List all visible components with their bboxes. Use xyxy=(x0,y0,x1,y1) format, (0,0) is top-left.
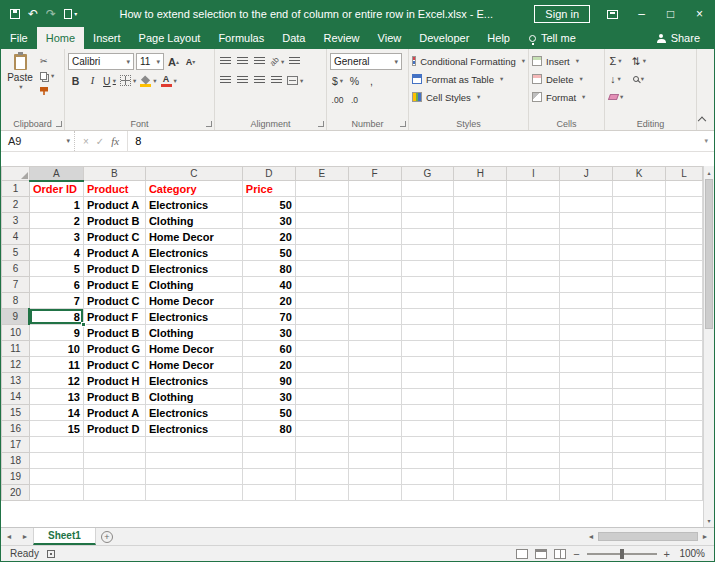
row-header-6[interactable]: 6 xyxy=(2,261,30,277)
column-header-B[interactable]: B xyxy=(83,167,145,181)
cell-A6[interactable]: 5 xyxy=(29,261,83,277)
cell-B1[interactable]: Product xyxy=(83,181,145,197)
align-middle-button[interactable] xyxy=(235,54,250,70)
cell-D9[interactable]: 70 xyxy=(242,309,295,325)
select-all-button[interactable] xyxy=(2,167,30,181)
cell-D7[interactable]: 40 xyxy=(242,277,295,293)
cell-L17[interactable] xyxy=(665,437,702,453)
italic-button[interactable]: I xyxy=(85,73,100,89)
cell-L8[interactable] xyxy=(665,293,702,309)
cell-H12[interactable] xyxy=(454,357,507,373)
row-header-1[interactable]: 1 xyxy=(2,181,30,197)
cell-G1[interactable] xyxy=(401,181,454,197)
row-header-19[interactable]: 19 xyxy=(2,469,30,485)
cell-H17[interactable] xyxy=(454,437,507,453)
cell-A2[interactable]: 1 xyxy=(29,197,83,213)
cell-D14[interactable]: 30 xyxy=(242,389,295,405)
cell-A20[interactable] xyxy=(29,485,83,501)
cell-F6[interactable] xyxy=(348,261,401,277)
undo-button[interactable]: ↶ xyxy=(28,8,38,20)
cell-H3[interactable] xyxy=(454,213,507,229)
cell-G3[interactable] xyxy=(401,213,454,229)
column-header-L[interactable]: L xyxy=(665,167,702,181)
fill-handle[interactable] xyxy=(81,322,86,327)
cell-J5[interactable] xyxy=(560,245,613,261)
cell-F7[interactable] xyxy=(348,277,401,293)
wrap-text-button[interactable] xyxy=(287,54,302,70)
cell-I11[interactable] xyxy=(507,341,560,357)
cell-L2[interactable] xyxy=(665,197,702,213)
cell-G6[interactable] xyxy=(401,261,454,277)
cell-D1[interactable]: Price xyxy=(242,181,295,197)
cell-D11[interactable]: 60 xyxy=(242,341,295,357)
row-header-13[interactable]: 13 xyxy=(2,373,30,389)
cell-K14[interactable] xyxy=(613,389,666,405)
cell-K4[interactable] xyxy=(613,229,666,245)
ribbon-tab-insert[interactable]: Insert xyxy=(84,27,130,49)
cell-C7[interactable]: Clothing xyxy=(145,277,242,293)
styles-format-as-table-button[interactable]: Format as Table xyxy=(412,70,525,88)
minimize-button[interactable]: – xyxy=(627,1,656,27)
cell-I20[interactable] xyxy=(507,485,560,501)
cell-B17[interactable] xyxy=(83,437,145,453)
cell-D13[interactable]: 90 xyxy=(242,373,295,389)
cell-B7[interactable]: Product E xyxy=(83,277,145,293)
decrease-indent-button[interactable] xyxy=(269,73,284,89)
maximize-button[interactable]: □ xyxy=(656,1,685,27)
name-box[interactable]: A9 ▾ xyxy=(1,131,75,151)
cell-L4[interactable] xyxy=(665,229,702,245)
cell-G12[interactable] xyxy=(401,357,454,373)
cell-J11[interactable] xyxy=(560,341,613,357)
cell-H2[interactable] xyxy=(454,197,507,213)
cell-G11[interactable] xyxy=(401,341,454,357)
align-top-button[interactable] xyxy=(218,54,233,70)
cell-A10[interactable]: 9 xyxy=(29,325,83,341)
page-break-view-button[interactable] xyxy=(554,549,566,559)
collapse-ribbon-button[interactable] xyxy=(699,115,708,124)
cell-C6[interactable]: Electronics xyxy=(145,261,242,277)
cell-F5[interactable] xyxy=(348,245,401,261)
row-header-16[interactable]: 16 xyxy=(2,421,30,437)
cell-J16[interactable] xyxy=(560,421,613,437)
cell-D20[interactable] xyxy=(242,485,295,501)
vertical-scroll-thumb[interactable] xyxy=(705,179,713,329)
cell-D3[interactable]: 30 xyxy=(242,213,295,229)
cell-H9[interactable] xyxy=(454,309,507,325)
decrease-font-size-button[interactable]: A▾ xyxy=(183,54,198,70)
cell-G16[interactable] xyxy=(401,421,454,437)
sheet-tab-sheet1[interactable]: Sheet1 xyxy=(33,528,96,545)
cell-K9[interactable] xyxy=(613,309,666,325)
cell-H5[interactable] xyxy=(454,245,507,261)
cell-E12[interactable] xyxy=(295,357,348,373)
ribbon-tab-formulas[interactable]: Formulas xyxy=(209,27,273,49)
cell-C9[interactable]: Electronics xyxy=(145,309,242,325)
cell-E2[interactable] xyxy=(295,197,348,213)
cell-L9[interactable] xyxy=(665,309,702,325)
horizontal-scroll-thumb[interactable] xyxy=(598,532,698,541)
cell-F11[interactable] xyxy=(348,341,401,357)
cell-I14[interactable] xyxy=(507,389,560,405)
cell-H16[interactable] xyxy=(454,421,507,437)
cell-D10[interactable]: 30 xyxy=(242,325,295,341)
cell-L1[interactable] xyxy=(665,181,702,197)
cell-J9[interactable] xyxy=(560,309,613,325)
cell-I16[interactable] xyxy=(507,421,560,437)
cell-B12[interactable]: Product C xyxy=(83,357,145,373)
cell-K15[interactable] xyxy=(613,405,666,421)
clear-button[interactable] xyxy=(608,89,624,105)
cell-G9[interactable] xyxy=(401,309,454,325)
font-size-select[interactable]: 11 xyxy=(136,53,164,70)
cell-G8[interactable] xyxy=(401,293,454,309)
cell-A12[interactable]: 11 xyxy=(29,357,83,373)
cell-L16[interactable] xyxy=(665,421,702,437)
row-header-9[interactable]: 9 xyxy=(2,309,30,325)
cell-K12[interactable] xyxy=(613,357,666,373)
cell-F12[interactable] xyxy=(348,357,401,373)
next-sheet-icon[interactable]: ► xyxy=(17,528,33,545)
cell-I7[interactable] xyxy=(507,277,560,293)
align-bottom-button[interactable] xyxy=(252,54,267,70)
cell-H14[interactable] xyxy=(454,389,507,405)
cell-C13[interactable]: Electronics xyxy=(145,373,242,389)
cell-L3[interactable] xyxy=(665,213,702,229)
cell-K5[interactable] xyxy=(613,245,666,261)
